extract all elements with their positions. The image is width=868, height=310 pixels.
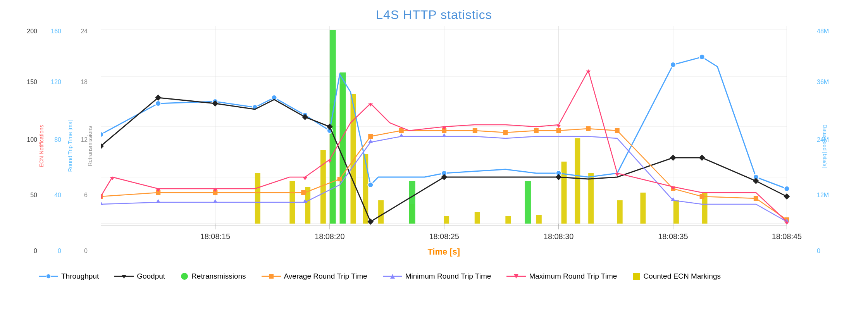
svg-rect-75 [586, 126, 591, 131]
svg-marker-62 [784, 193, 790, 200]
svg-rect-26 [561, 162, 567, 224]
y-tick-retrans-0: 0 [84, 248, 88, 255]
y-tick-ecn-100: 100 [27, 136, 37, 143]
svg-rect-35 [409, 181, 415, 224]
svg-marker-82 [156, 199, 160, 203]
legend-retransmissions-label: Retransmissions [191, 272, 246, 281]
svg-rect-24 [505, 216, 511, 224]
svg-rect-76 [615, 128, 620, 133]
svg-point-47 [670, 62, 676, 67]
svg-rect-73 [534, 128, 539, 133]
x-tick-1: 18:08:15 [200, 232, 230, 241]
svg-point-44 [368, 182, 373, 188]
svg-rect-27 [575, 138, 580, 224]
svg-point-38 [155, 101, 161, 106]
legend-min-rtt: Minimum Round Trip Time [383, 272, 491, 281]
legend-goodput-label: Goodput [137, 272, 165, 281]
chart-container: L4S HTTP statistics ECN Notifications 20… [0, 0, 868, 310]
legend-throughput: Throughput [39, 272, 99, 281]
y-tick-rtt-120: 120 [51, 79, 61, 86]
svg-point-48 [699, 54, 705, 60]
y-tick-ds-0: 0 [817, 248, 820, 255]
svg-rect-69 [399, 128, 404, 133]
legend-retransmissions: Retransmissions [181, 272, 246, 281]
svg-marker-100 [615, 173, 620, 176]
y-tick-rtt-80: 80 [54, 136, 61, 143]
y-tick-ecn-200: 200 [27, 28, 37, 35]
chart-legend: Throughput Goodput Retransmissions Avera… [16, 266, 852, 286]
y-tick-retrans-18: 18 [81, 79, 88, 86]
svg-rect-74 [556, 128, 561, 133]
svg-rect-121 [633, 273, 640, 280]
svg-rect-20 [378, 200, 384, 224]
svg-rect-67 [338, 177, 342, 181]
svg-rect-66 [301, 190, 306, 195]
svg-marker-85 [368, 139, 373, 143]
svg-rect-12 [255, 173, 260, 224]
x-tick-2: 18:08:20 [315, 232, 344, 241]
svg-rect-22 [444, 216, 449, 224]
svg-point-50 [784, 186, 789, 191]
svg-rect-34 [340, 72, 346, 224]
y-tick-retrans-12: 12 [81, 136, 88, 143]
svg-rect-71 [473, 128, 477, 133]
chart-svg: 18:08:15 18:08:20 18:08:25 18:08:30 18:0… [101, 26, 814, 266]
svg-rect-116 [269, 274, 274, 279]
svg-point-111 [46, 274, 51, 279]
svg-rect-28 [588, 173, 594, 224]
svg-marker-87 [442, 133, 446, 137]
y-tick-ds-48m: 48M [817, 28, 829, 35]
y-tick-rtt-0: 0 [58, 248, 61, 255]
svg-rect-31 [673, 200, 679, 224]
legend-ecn-markings-label: Counted ECN Markings [643, 272, 721, 281]
svg-rect-29 [617, 200, 623, 224]
x-tick-6: 18:08:45 [772, 232, 802, 241]
svg-marker-81 [101, 201, 103, 205]
svg-marker-86 [399, 133, 404, 137]
svg-marker-83 [213, 199, 217, 203]
y-tick-ecn-0: 0 [34, 248, 37, 255]
chart-title: L4S HTTP statistics [16, 8, 852, 22]
svg-rect-23 [475, 212, 480, 224]
legend-max-rtt-label: Maximum Round Trip Time [529, 272, 617, 281]
y-axis-retrans-label: Retransmissions [87, 126, 93, 166]
y-tick-retrans-6: 6 [84, 192, 88, 199]
legend-avg-rtt: Average Round Trip Time [262, 272, 367, 281]
svg-rect-68 [368, 134, 373, 139]
legend-ecn-markings: Counted ECN Markings [632, 272, 721, 281]
svg-point-114 [181, 273, 188, 280]
legend-max-rtt: Maximum Round Trip Time [506, 272, 617, 281]
y-tick-ds-36m: 36M [817, 79, 829, 86]
svg-marker-59 [670, 155, 676, 161]
x-tick-3: 18:08:25 [429, 232, 459, 241]
svg-rect-15 [320, 150, 326, 224]
y-tick-ds-12m: 12M [817, 192, 829, 199]
svg-marker-94 [303, 177, 307, 180]
y-tick-rtt-40: 40 [54, 192, 61, 199]
x-tick-5: 18:08:35 [658, 232, 688, 241]
legend-goodput: Goodput [114, 272, 165, 281]
svg-marker-98 [556, 125, 561, 128]
svg-rect-79 [754, 196, 758, 201]
x-axis-label: Time [s] [427, 247, 460, 257]
y-tick-ecn-150: 150 [27, 79, 37, 86]
svg-rect-30 [640, 193, 646, 224]
svg-marker-56 [367, 219, 374, 225]
legend-min-rtt-label: Minimum Round Trip Time [405, 272, 491, 281]
y-tick-rtt-160: 160 [51, 28, 61, 35]
y-axis-dataspeed-label: Dataspeed [bits/s] [822, 124, 828, 168]
svg-rect-78 [700, 194, 704, 199]
legend-throughput-label: Throughput [61, 272, 99, 281]
svg-point-37 [101, 132, 103, 137]
svg-rect-72 [503, 130, 508, 135]
svg-rect-25 [536, 215, 542, 224]
y-tick-ds-24m: 24M [817, 136, 829, 143]
y-tick-retrans-24: 24 [81, 28, 88, 35]
y-tick-ecn-50: 50 [30, 192, 37, 199]
svg-marker-60 [699, 155, 705, 161]
legend-avg-rtt-label: Average Round Trip Time [284, 272, 367, 281]
x-tick-4: 18:08:30 [544, 232, 574, 241]
svg-rect-36 [525, 181, 531, 224]
